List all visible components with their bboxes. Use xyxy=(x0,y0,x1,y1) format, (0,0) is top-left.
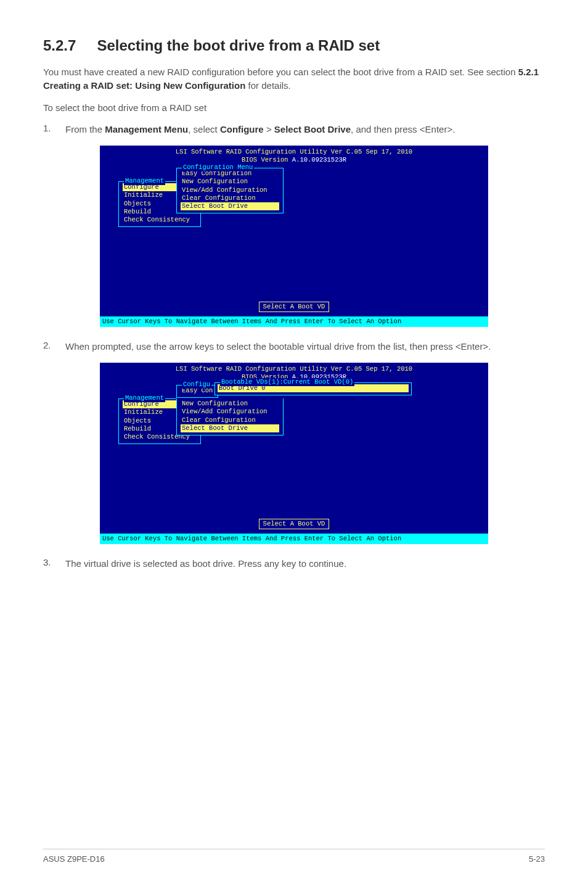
intro-paragraph: You must have created a new RAID configu… xyxy=(43,65,545,93)
t: , and then press <Enter>. xyxy=(351,124,455,134)
step-2: 2. When prompted, use the arrow keys to … xyxy=(43,340,545,353)
configuration-legend: Configuration Menu xyxy=(182,163,254,171)
bios-title-line2a: BIOS Version xyxy=(242,156,292,163)
t: From the xyxy=(65,124,105,134)
section-title: Selecting the boot drive from a RAID set xyxy=(97,37,380,54)
bios-hint-box: Select A Boot VD xyxy=(259,519,330,529)
cfg-item-select-boot[interactable]: Select Boot Drive xyxy=(181,202,279,210)
bios-statusbar: Use Cursor Keys To Navigate Between Item… xyxy=(100,534,488,544)
bios-title-line1: LSI Software RAID Configuration Utility … xyxy=(176,148,412,155)
cfg-item-clear[interactable]: Clear Configuration xyxy=(181,194,279,202)
configuration-panel: Configuration Menu Easy Configuration Ne… xyxy=(176,168,284,213)
intro-text: You must have created a new RAID configu… xyxy=(43,67,518,77)
cfg-item-clear[interactable]: Clear Configuration xyxy=(181,416,279,424)
bootable-vds-popup: Bootable VDs(1):Current Boot VD(0) Boot … xyxy=(214,382,412,395)
section-number: 5.2.7 xyxy=(43,37,76,54)
bios-title-line2b: A.10.09231523R xyxy=(292,156,346,163)
t: Select Boot Drive xyxy=(274,124,351,134)
section-heading: 5.2.7Selecting the boot drive from a RAI… xyxy=(43,37,545,54)
bios-hint: Select A Boot VD xyxy=(100,302,488,312)
management-legend: Management xyxy=(124,177,165,185)
step-number: 1. xyxy=(43,123,65,136)
cfg-item-viewadd[interactable]: View/Add Configuration xyxy=(181,408,279,416)
bios-statusbar: Use Cursor Keys To Navigate Between Item… xyxy=(100,316,488,327)
mgmt-item-check-consistency[interactable]: Check Consistency xyxy=(123,216,197,224)
bios-hint: Select A Boot VD xyxy=(100,519,488,529)
cfg-item-viewadd[interactable]: View/Add Configuration xyxy=(181,186,279,194)
configuration-panel-lower: New Configuration View/Add Configuration… xyxy=(176,398,284,435)
configuration-legend-trunc: Configu xyxy=(182,381,211,389)
step-number: 3. xyxy=(43,557,65,571)
t: Management Menu xyxy=(105,124,188,134)
bios-hint-box: Select A Boot VD xyxy=(259,302,330,312)
t: , select xyxy=(188,124,220,134)
bios-screenshot-2: LSI Software RAID Configuration Utility … xyxy=(99,362,489,545)
bios-screenshot-1: LSI Software RAID Configuration Utility … xyxy=(99,145,489,328)
t: > xyxy=(264,124,274,134)
lead-sentence: To select the boot drive from a RAID set xyxy=(43,101,545,115)
bootable-legend: Bootable VDs(1):Current Boot VD(0) xyxy=(220,378,354,386)
cfg-item-new[interactable]: New Configuration xyxy=(181,400,279,408)
step-1: 1. From the Management Menu, select Conf… xyxy=(43,123,545,136)
bios-title: LSI Software RAID Configuration Utility … xyxy=(100,146,488,164)
bios-body: Management Configure Initialize Objects … xyxy=(100,164,488,306)
step-text: When prompted, use the arrow keys to sel… xyxy=(65,340,545,353)
bios-title-line1: LSI Software RAID Configuration Utility … xyxy=(176,365,412,373)
step-number: 2. xyxy=(43,340,65,353)
step-text: From the Management Menu, select Configu… xyxy=(65,123,545,136)
cfg-item-new[interactable]: New Configuration xyxy=(181,178,279,186)
cfg-item-select-boot[interactable]: Select Boot Drive xyxy=(181,424,279,432)
t: Configure xyxy=(220,124,264,134)
bios-body: Management Configure Initialize Objects … xyxy=(100,381,488,523)
step-3: 3. The virtual drive is selected as boot… xyxy=(43,557,545,571)
configuration-panel-trunc: Configu Easy Con xyxy=(176,385,218,398)
step-text: The virtual drive is selected as boot dr… xyxy=(65,557,545,571)
intro-tail: for details. xyxy=(245,80,290,91)
management-legend: Management xyxy=(124,394,165,402)
